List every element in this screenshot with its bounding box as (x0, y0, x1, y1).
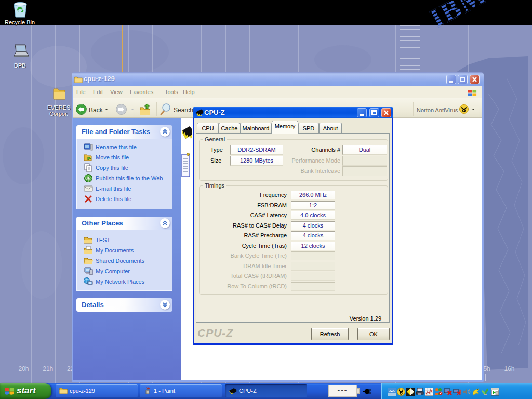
svg-text:IBM: IBM (426, 0, 491, 34)
